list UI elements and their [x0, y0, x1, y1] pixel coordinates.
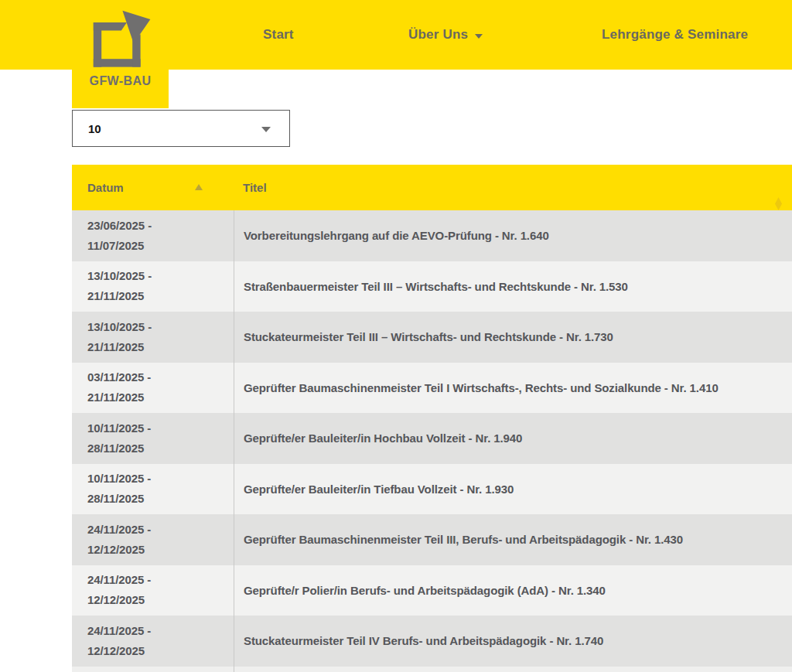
page-size-select[interactable]: 10: [72, 110, 290, 147]
course-title: Geprüfte/er Bauleiter/in Tiefbau Vollzei…: [234, 464, 792, 515]
nav-item-start[interactable]: Start: [263, 0, 294, 70]
table-header: Datum Titel: [72, 165, 792, 210]
course-date: 10/11/2025 - 28/11/2025: [72, 464, 234, 515]
course-title: Geprüfter Baumaschinenmeister Teil III, …: [234, 514, 792, 565]
sort-ascending-icon: [195, 184, 203, 190]
chevron-down-icon: [475, 34, 483, 39]
course-date: 24/11/2025 - 12/12/2025: [72, 565, 234, 616]
select-caret-icon: [261, 127, 271, 132]
course-date: 13/10/2025 - 21/11/2025: [72, 312, 234, 363]
course-date: 24/11/2025 - 12/12/2025: [72, 514, 234, 565]
table-row[interactable]: 24/11/2025 - 12/12/2025 Geprüfter Baumas…: [72, 514, 792, 565]
table-row-partial: [72, 667, 792, 672]
table-row[interactable]: 10/11/2025 - 28/11/2025 Geprüfte/er Baul…: [72, 413, 792, 464]
course-date: 03/11/2025 - 21/11/2025: [72, 363, 234, 414]
page-size-selected-value: 10: [88, 122, 101, 135]
sort-toggle-icon: [775, 197, 782, 210]
table-row[interactable]: 03/11/2025 - 21/11/2025 Geprüfter Baumas…: [72, 363, 792, 414]
course-title: Stuckateurmeister Teil IV Berufs- und Ar…: [234, 616, 792, 667]
column-header-titel[interactable]: Titel: [234, 181, 792, 194]
course-title: Straßenbauermeister Teil III – Wirtschaf…: [234, 261, 792, 312]
table-row[interactable]: 24/11/2025 - 12/12/2025 Geprüfte/r Polie…: [72, 565, 792, 616]
column-header-label: Titel: [243, 181, 267, 194]
table-row[interactable]: 13/10/2025 - 21/11/2025 Straßenbauermeis…: [72, 261, 792, 312]
page: Start Über Uns Lehrgänge & Seminare GFW-…: [0, 0, 792, 672]
logo[interactable]: GFW-BAU: [72, 0, 169, 108]
course-table: 23/06/2025 - 11/07/2025 Vorbereitungsleh…: [72, 210, 792, 672]
gfw-bau-logo-icon: [90, 10, 152, 72]
course-date: 10/11/2025 - 28/11/2025: [72, 413, 234, 464]
course-date: 24/11/2025 - 12/12/2025: [72, 616, 234, 667]
table-row[interactable]: 10/11/2025 - 28/11/2025 Geprüfte/er Baul…: [72, 464, 792, 515]
nav-item-lehrgaenge-seminare[interactable]: Lehrgänge & Seminare: [602, 0, 748, 70]
nav-item-label: Start: [263, 27, 294, 43]
course-date: 23/06/2025 - 11/07/2025: [72, 210, 234, 261]
course-title: Vorbereitungslehrgang auf die AEVO-Prüfu…: [234, 210, 792, 261]
nav-item-label: Über Uns: [408, 27, 468, 43]
course-date: 13/10/2025 - 21/11/2025: [72, 261, 234, 312]
course-title: Geprüfter Baumaschinenmeister Teil I Wir…: [234, 363, 792, 414]
column-header-label: Datum: [87, 181, 124, 194]
table-row[interactable]: 13/10/2025 - 21/11/2025 Stuckateurmeiste…: [72, 312, 792, 363]
table-row[interactable]: 23/06/2025 - 11/07/2025 Vorbereitungsleh…: [72, 210, 792, 261]
course-title: Geprüfte/r Polier/in Berufs- und Arbeits…: [234, 565, 792, 616]
column-header-datum[interactable]: Datum: [72, 181, 234, 194]
nav-item-label: Lehrgänge & Seminare: [602, 27, 748, 43]
course-title: Geprüfte/er Bauleiter/in Hochbau Vollzei…: [234, 413, 792, 464]
logo-text: GFW-BAU: [90, 74, 152, 88]
course-title: Stuckateurmeister Teil III – Wirtschafts…: [234, 312, 792, 363]
nav-item-ueber-uns[interactable]: Über Uns: [408, 0, 483, 70]
table-row[interactable]: 24/11/2025 - 12/12/2025 Stuckateurmeiste…: [72, 616, 792, 667]
